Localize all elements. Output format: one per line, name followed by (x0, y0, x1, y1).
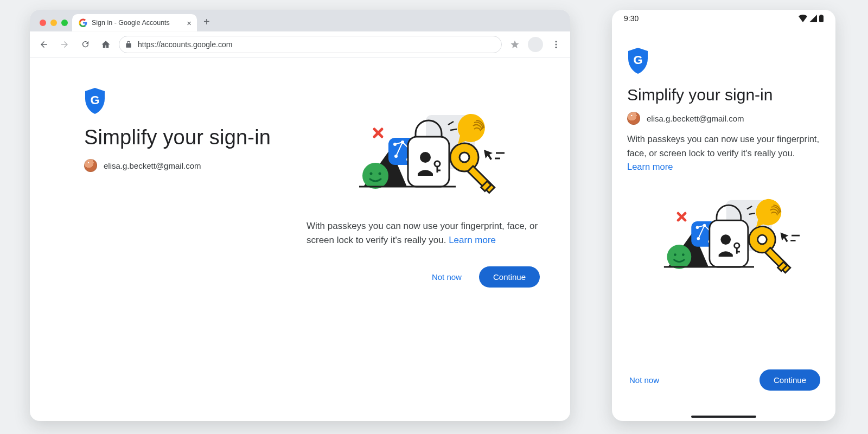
description-text: With passkeys you can now use your finge… (627, 132, 820, 174)
status-icons (799, 15, 824, 22)
mobile-content: G Simplify your sign-in elisa.g.beckett@… (612, 27, 835, 416)
action-row: Not now Continue (307, 266, 540, 288)
back-button[interactable] (36, 37, 52, 52)
continue-button[interactable]: Continue (479, 266, 540, 288)
svg-point-52 (720, 234, 731, 245)
google-shield-icon: G (84, 88, 537, 114)
overflow-menu-icon[interactable] (548, 37, 564, 52)
tab-strip: Sign in - Google Accounts × + (30, 10, 570, 31)
svg-point-42 (667, 245, 691, 269)
page-content: G Simplify your sign-in elisa.g.beckett@… (30, 58, 570, 421)
lock-icon (125, 41, 132, 48)
minimize-window-icon[interactable] (50, 20, 57, 26)
forward-button[interactable] (57, 37, 72, 52)
svg-point-57 (758, 235, 767, 244)
close-window-icon[interactable] (40, 20, 46, 26)
svg-point-44 (682, 253, 685, 256)
close-tab-icon[interactable]: × (187, 18, 192, 28)
passkey-illustration (648, 196, 800, 277)
account-chip[interactable]: elisa.g.beckett@gmail.com (627, 112, 820, 125)
google-shield-icon: G (627, 48, 820, 74)
svg-point-13 (379, 173, 381, 175)
svg-point-0 (556, 41, 557, 42)
continue-button[interactable]: Continue (760, 369, 820, 391)
battery-icon (819, 15, 824, 22)
svg-text:G: G (90, 93, 99, 107)
status-bar: 9:30 (612, 10, 835, 27)
svg-rect-51 (710, 220, 748, 267)
svg-rect-32 (819, 15, 824, 22)
home-button[interactable] (98, 37, 113, 52)
svg-point-12 (370, 173, 373, 175)
svg-point-43 (674, 253, 676, 256)
not-now-button[interactable]: Not now (627, 371, 661, 389)
browser-tab[interactable]: Sign in - Google Accounts × (72, 14, 197, 31)
browser-toolbar (30, 31, 570, 58)
account-email: elisa.g.beckett@gmail.com (647, 114, 744, 123)
svg-point-2 (556, 46, 557, 48)
mobile-device: 9:30 G Simplify your sign-in elisa.g.bec… (612, 10, 835, 421)
account-email: elisa.g.beckett@gmail.com (104, 161, 201, 170)
reload-button[interactable] (78, 37, 93, 52)
window-controls (34, 20, 72, 31)
svg-text:G: G (633, 53, 642, 67)
learn-more-link[interactable]: Learn more (449, 235, 496, 245)
address-bar[interactable] (119, 36, 502, 53)
svg-rect-27 (468, 166, 494, 193)
browser-window: Sign in - Google Accounts × + (30, 10, 570, 421)
svg-rect-33 (820, 15, 822, 16)
right-column: With passkeys you can now use your finge… (307, 111, 540, 288)
status-time: 9:30 (624, 14, 639, 23)
wifi-icon (799, 15, 807, 22)
url-input[interactable] (137, 40, 496, 49)
svg-point-26 (459, 152, 469, 162)
svg-point-21 (420, 152, 431, 163)
user-avatar-icon (84, 159, 97, 172)
maximize-window-icon[interactable] (61, 20, 68, 26)
tab-title: Sign in - Google Accounts (92, 19, 170, 27)
not-now-button[interactable]: Not now (430, 268, 464, 286)
learn-more-link[interactable]: Learn more (627, 162, 673, 171)
gesture-bar[interactable] (691, 416, 756, 418)
user-avatar-icon (627, 112, 640, 125)
passkey-illustration (342, 111, 505, 197)
google-favicon-icon (79, 18, 87, 27)
profile-avatar-icon[interactable] (528, 37, 543, 52)
page-title: Simplify your sign-in (627, 86, 820, 104)
bookmark-star-icon[interactable] (507, 37, 522, 52)
svg-point-1 (556, 43, 557, 45)
svg-rect-58 (765, 248, 790, 273)
cellular-icon (809, 15, 817, 22)
action-row: Not now Continue (627, 364, 820, 405)
new-tab-button[interactable]: + (197, 16, 216, 31)
svg-point-11 (362, 163, 388, 189)
description-text: With passkeys you can now use your finge… (307, 219, 540, 248)
